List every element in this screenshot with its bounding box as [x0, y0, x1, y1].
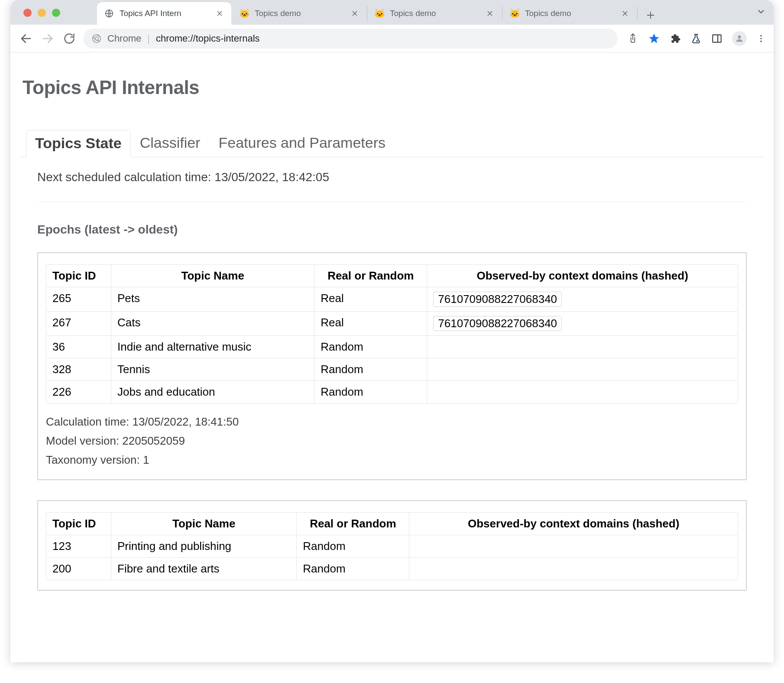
browser-tab[interactable]: Topics API Intern [97, 2, 231, 25]
cell-name: Pets [111, 287, 314, 312]
cell-real-random: Real [314, 287, 427, 312]
window-zoom-button[interactable] [52, 9, 60, 17]
cell-hash [409, 557, 738, 580]
window-titlebar: Topics API Intern🐱Topics demo🐱Topics dem… [10, 0, 774, 25]
cell-real-random: Random [314, 358, 427, 381]
table-row: 328TennisRandom [46, 358, 738, 381]
content-tabs: Topics StateClassifierFeatures and Param… [20, 130, 764, 157]
cell-id: 36 [46, 336, 111, 358]
address-separator: | [147, 33, 150, 44]
browser-tab-title: Topics demo [525, 9, 614, 18]
tab-close-button[interactable] [214, 8, 225, 19]
cell-real-random: Real [314, 312, 427, 336]
table-header: Observed-by context domains (hashed) [427, 265, 738, 287]
table-header: Topic Name [111, 265, 314, 287]
cell-real-random: Random [297, 535, 409, 557]
new-tab-button[interactable] [641, 6, 660, 25]
svg-marker-19 [649, 33, 659, 43]
svg-point-20 [696, 40, 698, 42]
window-close-button[interactable] [23, 9, 32, 17]
calc-label: Calculation time: [46, 415, 129, 428]
epochs-heading: Epochs (latest -> oldest) [37, 223, 747, 237]
table-header: Real or Random [297, 512, 409, 535]
cell-name: Printing and publishing [111, 535, 297, 557]
table-row: 265PetsReal7610709088227068340 [46, 287, 738, 312]
globe-icon [104, 8, 114, 19]
hash-chip: 7610709088227068340 [433, 316, 562, 331]
cat-icon: 🐱 [374, 8, 385, 19]
content-tab[interactable]: Classifier [131, 130, 210, 157]
address-bar[interactable]: Chrome | chrome://topics-internals [83, 29, 618, 49]
forward-button[interactable] [40, 31, 55, 46]
table-row: 123Printing and publishingRandom [46, 535, 738, 557]
cell-real-random: Random [297, 557, 409, 580]
cell-name: Jobs and education [111, 381, 314, 403]
cell-name: Fibre and textile arts [111, 557, 297, 580]
browser-tab-title: Topics demo [390, 9, 479, 18]
page-title: Topics API Internals [23, 77, 764, 98]
browser-tab[interactable]: 🐱Topics demo [502, 2, 637, 25]
cell-hash: 7610709088227068340 [427, 287, 738, 312]
svg-point-26 [760, 40, 762, 42]
profile-avatar[interactable] [732, 31, 747, 46]
content-tab[interactable]: Topics State [26, 130, 131, 157]
table-header: Real or Random [314, 265, 427, 287]
epoch-meta: Calculation time: 13/05/2022, 18:41:50Mo… [46, 412, 738, 470]
cell-name: Tennis [111, 358, 314, 381]
cell-name: Indie and alternative music [111, 336, 314, 358]
labs-icon[interactable] [690, 33, 702, 44]
divider [37, 202, 747, 202]
tax-label: Taxonomy version: [46, 453, 140, 466]
browser-tab[interactable]: 🐱Topics demo [232, 2, 366, 25]
address-url: chrome://topics-internals [156, 33, 260, 44]
window-minimize-button[interactable] [38, 9, 46, 17]
chrome-icon [92, 34, 101, 43]
kebab-menu-icon[interactable] [756, 34, 766, 43]
back-button[interactable] [18, 31, 34, 46]
svg-line-17 [97, 40, 100, 41]
table-row: 226Jobs and educationRandom [46, 381, 738, 403]
svg-point-24 [760, 35, 762, 36]
browser-tab-title: Topics API Intern [120, 9, 209, 18]
svg-point-25 [760, 38, 762, 39]
cell-hash [409, 535, 738, 557]
tab-close-button[interactable] [349, 8, 360, 19]
table-header: Topic ID [46, 512, 111, 535]
epoch-box: Topic IDTopic NameReal or RandomObserved… [37, 500, 747, 591]
model-value: 2205052059 [122, 434, 185, 447]
cell-hash: 7610709088227068340 [427, 312, 738, 336]
calc-value: 13/05/2022, 18:41:50 [132, 415, 239, 428]
cell-id: 265 [46, 287, 111, 312]
toolbar-icons [627, 31, 766, 46]
page-content: Topics API Internals Topics StateClassif… [10, 52, 774, 662]
cell-id: 267 [46, 312, 111, 336]
cell-hash [427, 336, 738, 358]
cell-id: 123 [46, 535, 111, 557]
address-prefix: Chrome [107, 33, 141, 44]
table-header: Observed-by context domains (hashed) [409, 512, 738, 535]
table-row: 200Fibre and textile artsRandom [46, 557, 738, 580]
next-calc-label: Next scheduled calculation time: [37, 170, 211, 184]
epoch-box: Topic IDTopic NameReal or RandomObserved… [37, 252, 747, 480]
tab-close-button[interactable] [619, 8, 631, 19]
sidepanel-icon[interactable] [711, 33, 722, 44]
next-calc-line: Next scheduled calculation time: 13/05/2… [37, 170, 747, 184]
browser-tab[interactable]: 🐱Topics demo [367, 2, 502, 25]
reload-button[interactable] [62, 31, 77, 46]
extensions-icon[interactable] [670, 33, 681, 44]
bookmark-icon[interactable] [648, 33, 660, 45]
cell-id: 200 [46, 557, 111, 580]
hash-chip: 7610709088227068340 [433, 292, 562, 307]
browser-tab-title: Topics demo [255, 9, 344, 18]
content-tab[interactable]: Features and Parameters [209, 130, 395, 157]
tab-dropdown-button[interactable] [756, 7, 766, 16]
svg-point-23 [738, 35, 741, 38]
share-icon[interactable] [627, 33, 638, 44]
table-row: 267CatsReal7610709088227068340 [46, 312, 738, 336]
table-row: 36Indie and alternative musicRandom [46, 336, 738, 358]
cell-real-random: Random [314, 336, 427, 358]
svg-rect-21 [713, 35, 721, 42]
browser-toolbar: Chrome | chrome://topics-internals [10, 25, 774, 52]
cell-real-random: Random [314, 381, 427, 403]
tab-close-button[interactable] [484, 8, 496, 19]
